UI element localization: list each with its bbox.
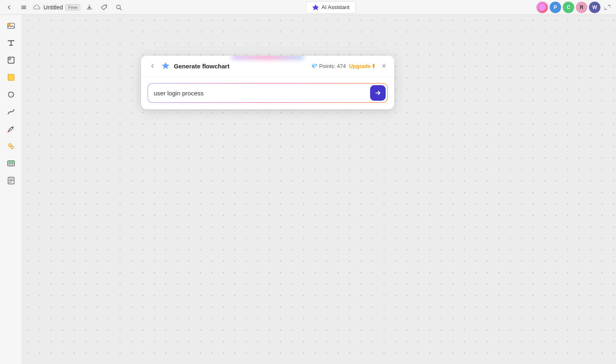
table-tool[interactable]: [3, 156, 19, 171]
svg-point-15: [9, 92, 14, 97]
svg-rect-14: [8, 75, 14, 81]
topbar-free-badge: Free: [65, 4, 80, 11]
ai-panel: Generate flowchart 💎 Points: 474 Upgrade…: [141, 56, 394, 109]
svg-rect-12: [8, 57, 14, 63]
svg-rect-7: [539, 4, 546, 11]
svg-rect-0: [21, 6, 26, 7]
svg-rect-28: [8, 161, 15, 163]
cloud-icon: [33, 4, 41, 11]
ai-panel-header: Generate flowchart 💎 Points: 474 Upgrade…: [141, 56, 394, 77]
gem-icon: 💎: [311, 63, 318, 69]
svg-rect-1: [21, 7, 26, 8]
topbar-left: Untitled Free: [3, 2, 125, 13]
ai-assistant-button[interactable]: AI Assistant: [306, 1, 356, 14]
search-button[interactable]: [113, 2, 125, 13]
topbar: Untitled Free: [0, 0, 616, 15]
doc-tool[interactable]: [3, 173, 19, 188]
avatar-5[interactable]: W: [589, 2, 600, 13]
avatar-4[interactable]: R: [576, 2, 587, 13]
crop-tool[interactable]: [3, 138, 19, 154]
curve-tool[interactable]: [3, 104, 19, 120]
svg-point-17: [8, 131, 9, 132]
ai-prompt-input[interactable]: [154, 86, 370, 101]
svg-rect-13: [9, 58, 11, 60]
topbar-title-area: Untitled Free: [33, 4, 80, 11]
ai-panel-body: [141, 77, 394, 109]
ai-panel-back-button[interactable]: [148, 61, 157, 71]
pen-tool[interactable]: [3, 121, 19, 137]
menu-button[interactable]: [18, 2, 30, 13]
frame-tool[interactable]: [3, 52, 19, 68]
sidebar: [0, 15, 23, 364]
topbar-title: Untitled: [43, 4, 63, 11]
ai-assistant-label: AI Assistant: [322, 4, 350, 10]
svg-point-18: [9, 129, 10, 130]
topbar-right: P C R W: [536, 2, 613, 13]
download-button[interactable]: [84, 2, 95, 13]
upgrade-button[interactable]: Upgrade ⬆: [349, 63, 376, 69]
sticky-note-tool[interactable]: [3, 70, 19, 85]
ai-panel-points: 💎 Points: 474: [311, 63, 346, 69]
topbar-center: AI Assistant: [127, 1, 534, 14]
avatar-1[interactable]: [536, 2, 548, 13]
svg-point-3: [105, 5, 106, 6]
svg-marker-33: [162, 62, 169, 69]
text-tool[interactable]: [3, 35, 19, 51]
svg-rect-2: [21, 8, 26, 9]
ai-logo-icon: [312, 4, 319, 11]
points-value: Points: 474: [319, 63, 346, 69]
avatar-2[interactable]: P: [550, 2, 561, 13]
media-tool[interactable]: [3, 18, 19, 34]
close-panel-button[interactable]: ×: [380, 61, 388, 71]
tag-button[interactable]: [98, 2, 110, 13]
ai-submit-button[interactable]: [370, 85, 386, 101]
shapes-tool[interactable]: [3, 87, 19, 102]
avatar-3[interactable]: C: [563, 2, 574, 13]
back-button[interactable]: [3, 2, 15, 13]
ai-input-wrapper: [148, 83, 388, 103]
upgrade-label: Upgrade: [349, 63, 371, 69]
ai-panel-logo-icon: [161, 61, 170, 71]
upgrade-icon: ⬆: [371, 63, 376, 69]
close-icon: ×: [382, 62, 386, 70]
ai-panel-title: Generate flowchart: [174, 63, 311, 70]
collapse-panel-button[interactable]: [602, 2, 613, 13]
svg-rect-11: [8, 23, 11, 26]
